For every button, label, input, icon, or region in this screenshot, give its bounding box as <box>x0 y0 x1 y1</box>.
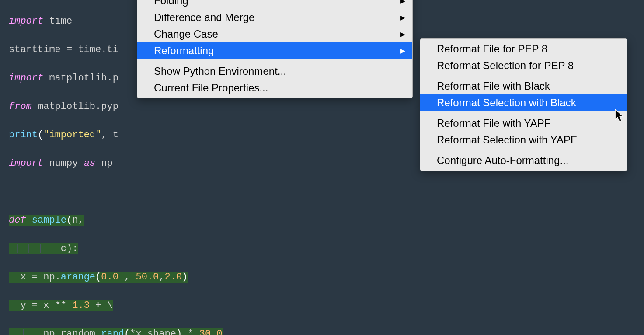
menu-item-reformat-file-yapf[interactable]: Reformat File with YAPF <box>420 115 627 132</box>
menu-item-difference-merge[interactable]: Difference and Merge ▶ <box>137 9 412 26</box>
chevron-right-icon: ▶ <box>400 47 405 54</box>
menu-item-label: Reformat File with YAPF <box>437 117 551 129</box>
code-line: def sample(n, <box>9 213 326 228</box>
menu-separator <box>420 76 627 76</box>
menu-item-reformat-file-black[interactable]: Reformat File with Black <box>420 78 627 94</box>
menu-item-reformat-file-pep8[interactable]: Reformat File for PEP 8 <box>420 41 627 57</box>
menu-item-label: Reformat File with Black <box>437 80 550 92</box>
code-line: x = np.arange(0.0 , 50.0,2.0) <box>9 270 326 285</box>
menu-item-change-case[interactable]: Change Case ▶ <box>137 26 412 42</box>
menu-item-label: Change Case <box>154 28 218 40</box>
menu-item-label: Current File Properties... <box>154 82 268 94</box>
menu-item-folding[interactable]: Folding ▶ <box>137 0 412 9</box>
menu-item-configure-auto-formatting[interactable]: Configure Auto-Formatting... <box>420 152 627 169</box>
code-line: | | | | c): <box>9 242 326 256</box>
code-line <box>9 185 326 199</box>
menu-item-show-python-environment[interactable]: Show Python Environment... <box>137 63 412 80</box>
code-line: | np.random.rand(*x.shape) * 30.0 <box>9 327 326 335</box>
menu-item-reformat-selection-pep8[interactable]: Reformat Selection for PEP 8 <box>420 57 627 74</box>
menu-separator <box>137 61 412 61</box>
menu-item-label: Difference and Merge <box>154 11 254 24</box>
menu-item-label: Folding <box>154 0 188 7</box>
menu-item-label: Configure Auto-Formatting... <box>437 154 568 167</box>
chevron-right-icon: ▶ <box>400 14 405 21</box>
menu-item-reformat-selection-yapf[interactable]: Reformat Selection with YAPF <box>420 132 627 148</box>
code-line: print("imported", t <box>9 128 326 143</box>
chevron-right-icon: ▶ <box>400 0 405 4</box>
menu-item-label: Show Python Environment... <box>154 65 286 77</box>
menu-item-reformatting[interactable]: Reformatting ▶ <box>137 42 412 59</box>
menu-separator <box>420 150 627 150</box>
menu-separator <box>420 113 627 113</box>
code-line: from matplotlib.pyp <box>9 100 326 114</box>
chevron-right-icon: ▶ <box>400 31 405 38</box>
menu-item-label: Reformat Selection with YAPF <box>437 134 577 146</box>
code-line: import numpy as np <box>9 157 326 171</box>
code-line: y = x ** 1.3 + \ <box>9 299 326 313</box>
menu-item-label: Reformat Selection for PEP 8 <box>437 59 574 72</box>
menu-item-label: Reformat File for PEP 8 <box>437 43 547 55</box>
context-menu-submenu-reformatting: Reformat File for PEP 8 Reformat Selecti… <box>420 38 627 171</box>
menu-item-reformat-selection-black[interactable]: Reformat Selection with Black <box>420 94 627 111</box>
menu-item-current-file-properties[interactable]: Current File Properties... <box>137 80 412 96</box>
menu-item-label: Reformat Selection with Black <box>437 97 576 109</box>
menu-item-label: Reformatting <box>154 45 214 57</box>
context-menu-primary: Folding ▶ Difference and Merge ▶ Change … <box>137 0 413 98</box>
